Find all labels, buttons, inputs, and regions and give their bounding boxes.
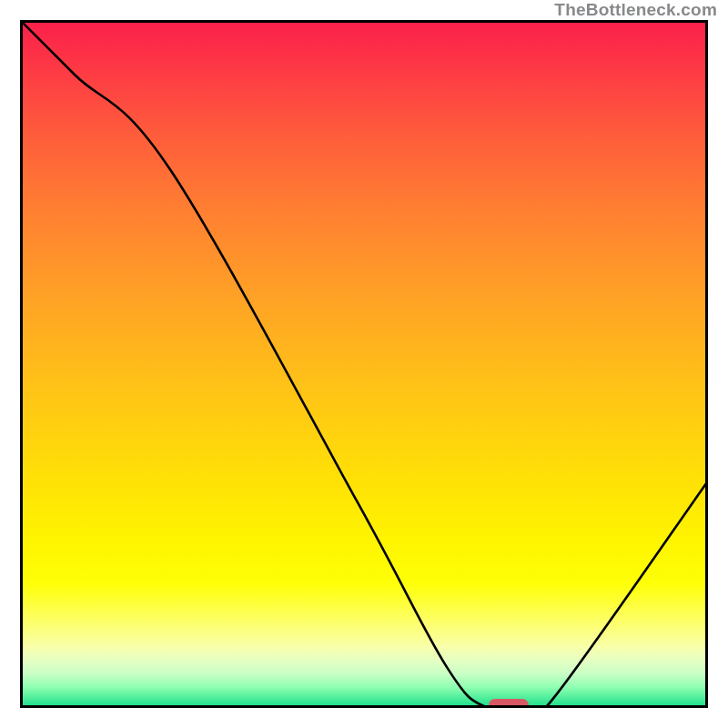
chart-frame: TheBottleneck.com xyxy=(0,0,728,728)
plot-area xyxy=(20,20,708,708)
watermark-text: TheBottleneck.com xyxy=(554,0,717,20)
bottleneck-curve xyxy=(20,20,708,708)
bottleneck-marker xyxy=(489,699,529,708)
